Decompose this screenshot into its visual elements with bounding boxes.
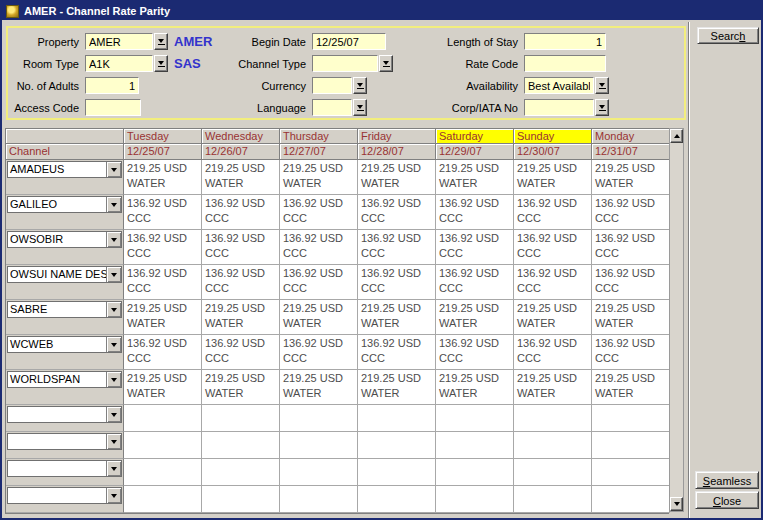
rate-cell (436, 405, 514, 432)
channel-select-value (8, 434, 106, 449)
rate-cell (514, 486, 592, 513)
grid-vertical-scrollbar[interactable] (669, 128, 684, 512)
channel-select-value (8, 407, 106, 422)
corp-iata-no-dropdown-icon[interactable] (595, 99, 609, 116)
rate-cell: 219.25 USDWATER (124, 300, 202, 335)
channel-dropdown-icon[interactable] (106, 407, 121, 422)
language-group: Language (200, 99, 367, 116)
corp-iata-no-group: Corp/IATA No (398, 99, 609, 116)
channel-dropdown-icon[interactable] (106, 337, 121, 352)
channel-select[interactable]: AMADEUS (7, 161, 122, 178)
table-row: GALILEO136.92 USDCCC136.92 USDCCC136.92 … (6, 195, 668, 230)
rate-cell: 136.92 USDCCC (514, 195, 592, 230)
channel-type-dropdown-icon[interactable] (379, 55, 393, 72)
search-button[interactable]: Search (697, 27, 759, 44)
no-of-adults-field[interactable] (85, 77, 139, 94)
rate-cell (436, 486, 514, 513)
scroll-up-icon[interactable] (670, 129, 683, 143)
table-row (6, 405, 668, 432)
channel-dropdown-icon[interactable] (106, 302, 121, 317)
availability-label: Availability (398, 80, 524, 92)
rate-cell: 219.25 USDWATER (202, 300, 280, 335)
window-title: AMER - Channel Rate Parity (24, 5, 170, 17)
channel-select[interactable]: WORLDSPAN (7, 371, 122, 388)
channel-select[interactable]: OWSOBIR (7, 231, 122, 248)
begin-date-label: Begin Date (200, 36, 312, 48)
rate-cell (358, 459, 436, 486)
channel-select[interactable]: WCWEB (7, 336, 122, 353)
channel-select[interactable]: SABRE (7, 301, 122, 318)
currency-field[interactable] (312, 77, 352, 94)
close-button[interactable]: Close (695, 491, 759, 509)
rate-code-field[interactable] (524, 55, 606, 72)
rate-cell: 136.92 USDCCC (358, 335, 436, 370)
rate-cell: 136.92 USDCCC (358, 195, 436, 230)
currency-group: Currency (200, 77, 367, 94)
title-bar: AMER - Channel Rate Parity (2, 2, 761, 20)
channel-dropdown-icon[interactable] (106, 461, 121, 476)
rate-cell: 219.25 USDWATER (592, 370, 670, 405)
grid-corner-cell (6, 129, 124, 144)
channel-select[interactable] (7, 406, 122, 423)
seamless-button[interactable]: Seamless (695, 471, 759, 489)
rate-cell (514, 405, 592, 432)
table-row: WCWEB136.92 USDCCC136.92 USDCCC136.92 US… (6, 335, 668, 370)
channel-select[interactable] (7, 433, 122, 450)
channel-cell (6, 459, 124, 486)
table-row: WORLDSPAN219.25 USDWATER219.25 USDWATER2… (6, 370, 668, 405)
language-field[interactable] (312, 99, 352, 116)
room-type-dropdown-icon[interactable] (154, 55, 168, 72)
channel-select[interactable] (7, 487, 122, 504)
channel-dropdown-icon[interactable] (106, 372, 121, 387)
property-dropdown-icon[interactable] (154, 33, 168, 50)
rate-cell: 136.92 USDCCC (124, 335, 202, 370)
channel-dropdown-icon[interactable] (106, 434, 121, 449)
channel-select-value: WORLDSPAN (8, 372, 106, 387)
availability-group: Availability (398, 77, 609, 94)
room-type-group: Room Type SAS (8, 55, 201, 72)
length-of-stay-field[interactable] (524, 33, 606, 50)
rate-cell: 136.92 USDCCC (358, 265, 436, 300)
rate-cell: 136.92 USDCCC (514, 230, 592, 265)
rate-cell: 136.92 USDCCC (280, 195, 358, 230)
channel-select-value: GALILEO (8, 197, 106, 212)
table-row (6, 432, 668, 459)
channel-type-field[interactable] (312, 55, 378, 72)
availability-field[interactable] (524, 77, 594, 94)
access-code-field[interactable] (85, 99, 141, 116)
channel-dropdown-icon[interactable] (106, 162, 121, 177)
channel-dropdown-icon[interactable] (106, 267, 121, 282)
language-label: Language (200, 102, 312, 114)
rate-cell: 136.92 USDCCC (436, 195, 514, 230)
rate-cell: 219.25 USDWATER (514, 160, 592, 195)
corp-iata-no-field[interactable] (524, 99, 594, 116)
availability-dropdown-icon[interactable] (595, 77, 609, 94)
rate-cell (358, 405, 436, 432)
channel-select[interactable] (7, 460, 122, 477)
channel-select[interactable]: GALILEO (7, 196, 122, 213)
rate-cell: 219.25 USDWATER (202, 160, 280, 195)
rate-cell (124, 459, 202, 486)
channel-select[interactable]: OWSUI NAME DESC (7, 266, 122, 283)
date-header-cell: 12/25/07 (124, 144, 202, 160)
corp-iata-no-label: Corp/IATA No (398, 102, 524, 114)
rate-cell: 136.92 USDCCC (436, 265, 514, 300)
rate-cell: 136.92 USDCCC (202, 195, 280, 230)
table-row: OWSOBIR136.92 USDCCC136.92 USDCCC136.92 … (6, 230, 668, 265)
rate-cell (280, 486, 358, 513)
access-code-group: Access Code (8, 99, 141, 116)
room-type-field[interactable] (85, 55, 153, 72)
language-dropdown-icon[interactable] (353, 99, 367, 116)
length-of-stay-group: Length of Stay (398, 33, 606, 50)
currency-label: Currency (200, 80, 312, 92)
property-field[interactable] (85, 33, 153, 50)
channel-dropdown-icon[interactable] (106, 488, 121, 503)
currency-dropdown-icon[interactable] (353, 77, 367, 94)
rate-cell (436, 432, 514, 459)
channel-dropdown-icon[interactable] (106, 232, 121, 247)
day-header-cell: Saturday (436, 129, 514, 144)
channel-select-value: AMADEUS (8, 162, 106, 177)
channel-dropdown-icon[interactable] (106, 197, 121, 212)
scroll-down-icon[interactable] (670, 497, 683, 511)
begin-date-field[interactable] (312, 33, 386, 50)
